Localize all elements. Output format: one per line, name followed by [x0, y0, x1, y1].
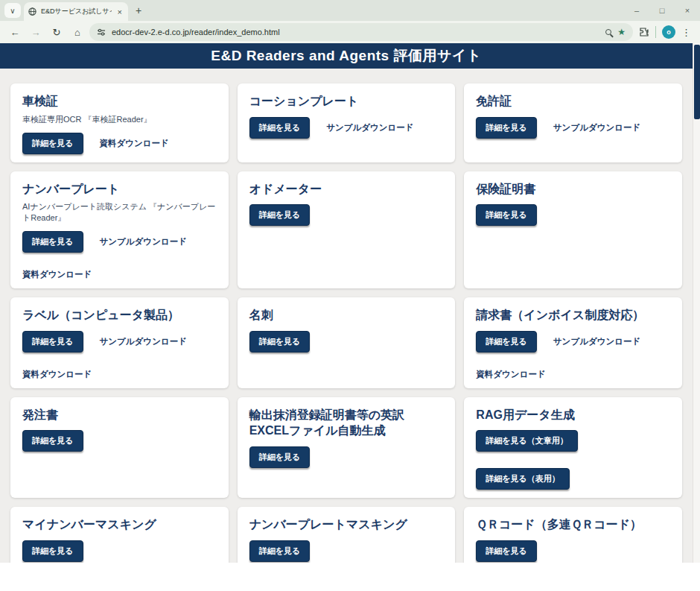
- card: 名刺詳細を見る: [238, 297, 456, 388]
- new-tab-button[interactable]: +: [136, 4, 141, 16]
- card: 輸出抹消登録証明書等の英訳EXCELファイル自動生成詳細を見る: [238, 397, 456, 499]
- page-title: E&D Readers and Agents 評価用サイト: [211, 46, 482, 66]
- menu-kebab-icon[interactable]: ⋮: [681, 27, 691, 38]
- document-download-link[interactable]: 資料ダウンロード: [476, 369, 545, 380]
- card-actions: 詳細を見る: [249, 540, 444, 562]
- details-button[interactable]: 詳細を見る: [22, 540, 83, 562]
- card: 免許証詳細を見るサンプルダウンロード: [464, 83, 682, 162]
- card: コーションプレート詳細を見るサンプルダウンロード: [238, 83, 456, 162]
- details-button[interactable]: 詳細を見る: [249, 204, 311, 226]
- details-button[interactable]: 詳細を見る: [22, 430, 83, 452]
- card-actions: 詳細を見る: [249, 204, 444, 226]
- details-button[interactable]: 詳細を見る: [476, 117, 537, 139]
- card-title: 車検証: [22, 93, 217, 110]
- card: 発注書詳細を見る: [10, 397, 229, 499]
- document-download-link[interactable]: 資料ダウンロード: [22, 369, 92, 380]
- cards-grid: 車検証車検証専用OCR 『車検証Reader』詳細を見る資料ダウンロードコーショ…: [0, 69, 693, 563]
- details-table-button[interactable]: 詳細を見る（表用）: [476, 468, 570, 490]
- browser-tab[interactable]: E&Dサービスお試しサイト ×: [24, 2, 128, 21]
- reload-icon[interactable]: ↻: [48, 23, 66, 41]
- page-scrollbar[interactable]: [693, 43, 700, 563]
- card: マイナンバーマスキング詳細を見る: [10, 507, 229, 563]
- card: オドメーター詳細を見る: [238, 171, 456, 289]
- details-button[interactable]: 詳細を見る: [249, 446, 311, 468]
- card-title: 名刺: [249, 307, 444, 323]
- card-actions: 詳細を見るサンプルダウンロード: [249, 117, 444, 139]
- card-actions: 詳細を見るサンプルダウンロード資料ダウンロード: [22, 331, 217, 380]
- details-button[interactable]: 詳細を見る: [476, 331, 537, 353]
- card-subtitle: AIナンバープレート読取システム 『ナンバープレートReader』: [22, 201, 217, 224]
- card-actions: 詳細を見る: [22, 540, 217, 562]
- card-actions: 詳細を見る（文章用）詳細を見る（表用）: [476, 430, 670, 490]
- card: 保険証明書詳細を見る: [464, 171, 682, 289]
- card-actions: 詳細を見る: [476, 204, 670, 226]
- site-info-tune-icon[interactable]: [97, 28, 106, 37]
- card: ＱＲコード（多連ＱＲコード）詳細を見る: [464, 507, 682, 563]
- details-button[interactable]: 詳細を見る: [22, 133, 83, 154]
- maximize-button[interactable]: □: [649, 6, 675, 15]
- card: 請求書（インボイス制度対応）詳細を見るサンプルダウンロード資料ダウンロード: [464, 297, 682, 388]
- back-icon[interactable]: ←: [6, 23, 24, 41]
- extensions-icon[interactable]: [639, 27, 649, 37]
- web-page: E&D Readers and Agents 評価用サイト 車検証車検証専用OC…: [0, 43, 700, 563]
- home-icon[interactable]: ⌂: [69, 23, 86, 41]
- card-title: 輸出抹消登録証明書等の英訳EXCELファイル自動生成: [249, 407, 444, 439]
- close-button[interactable]: ×: [675, 6, 700, 15]
- sample-download-link[interactable]: サンプルダウンロード: [100, 236, 187, 247]
- browser-window: ∨ E&Dサービスお試しサイト × + – □ × ← → ↻ ⌂ edocr-…: [0, 0, 700, 563]
- scrollbar-thumb[interactable]: [694, 45, 700, 119]
- url-text[interactable]: edocr-dev-2.e-d.co.jp/reader/index_demo.…: [112, 28, 599, 37]
- sample-download-link[interactable]: サンプルダウンロード: [326, 122, 413, 133]
- details-button[interactable]: 詳細を見る: [22, 231, 83, 253]
- card: ナンバープレートAIナンバープレート読取システム 『ナンバープレートReader…: [10, 171, 229, 289]
- card-actions: 詳細を見る: [249, 446, 444, 468]
- forward-icon[interactable]: →: [27, 23, 45, 41]
- address-bar[interactable]: edocr-dev-2.e-d.co.jp/reader/index_demo.…: [89, 23, 633, 41]
- card-title: マイナンバーマスキング: [22, 516, 217, 533]
- details-text-button[interactable]: 詳細を見る（文章用）: [476, 430, 578, 452]
- sample-download-link[interactable]: サンプルダウンロード: [100, 336, 187, 347]
- card-title: 請求書（インボイス制度対応）: [476, 307, 670, 323]
- tab-strip: ∨ E&Dサービスお試しサイト × + – □ ×: [0, 0, 700, 21]
- details-button[interactable]: 詳細を見る: [249, 331, 311, 353]
- document-download-link[interactable]: 資料ダウンロード: [100, 138, 169, 149]
- page-main: E&D Readers and Agents 評価用サイト 車検証車検証専用OC…: [0, 43, 693, 563]
- details-button[interactable]: 詳細を見る: [22, 331, 83, 353]
- minimize-button[interactable]: –: [624, 6, 649, 15]
- details-button[interactable]: 詳細を見る: [476, 540, 537, 562]
- card-actions: 詳細を見るサンプルダウンロード: [476, 117, 670, 139]
- card: RAG用データ生成詳細を見る（文章用）詳細を見る（表用）: [464, 397, 682, 499]
- card-actions: 詳細を見る: [249, 331, 444, 353]
- card-actions: 詳細を見る: [476, 540, 670, 562]
- card-title: ラベル（コンピュータ製品）: [22, 307, 217, 323]
- card-title: RAG用データ生成: [476, 407, 670, 423]
- card: ラベル（コンピュータ製品）詳細を見るサンプルダウンロード資料ダウンロード: [10, 297, 229, 388]
- details-button[interactable]: 詳細を見る: [249, 540, 311, 562]
- card-title: コーションプレート: [249, 93, 444, 110]
- site-header: E&D Readers and Agents 評価用サイト: [0, 43, 693, 69]
- profile-avatar[interactable]: o: [662, 25, 675, 39]
- details-button[interactable]: 詳細を見る: [476, 204, 537, 226]
- sample-download-link[interactable]: サンプルダウンロード: [553, 336, 640, 347]
- tab-close-icon[interactable]: ×: [116, 7, 124, 16]
- toolbar-right: o ⋮: [636, 25, 694, 39]
- card-title: 免許証: [476, 93, 670, 110]
- tab-search-button[interactable]: ∨: [4, 3, 21, 18]
- page-content: 車検証車検証専用OCR 『車検証Reader』詳細を見る資料ダウンロードコーショ…: [0, 69, 693, 563]
- card-subtitle: 車検証専用OCR 『車検証Reader』: [22, 114, 217, 125]
- tab-title: E&Dサービスお試しサイト: [41, 7, 112, 16]
- card-title: オドメーター: [249, 181, 444, 197]
- document-download-link[interactable]: 資料ダウンロード: [22, 269, 92, 280]
- card-actions: 詳細を見るサンプルダウンロード資料ダウンロード: [476, 331, 670, 380]
- bookmark-star-icon[interactable]: ★: [617, 27, 626, 37]
- toolbar-divider: [655, 26, 656, 38]
- search-icon[interactable]: [605, 29, 611, 35]
- window-controls: – □ ×: [624, 0, 700, 21]
- globe-favicon-icon: [28, 7, 36, 16]
- card-title: 保険証明書: [476, 181, 670, 197]
- card-title: ナンバープレート: [22, 181, 217, 197]
- card: 車検証車検証専用OCR 『車検証Reader』詳細を見る資料ダウンロード: [10, 83, 229, 162]
- card-title: 発注書: [22, 407, 217, 423]
- sample-download-link[interactable]: サンプルダウンロード: [553, 122, 640, 133]
- details-button[interactable]: 詳細を見る: [249, 117, 311, 139]
